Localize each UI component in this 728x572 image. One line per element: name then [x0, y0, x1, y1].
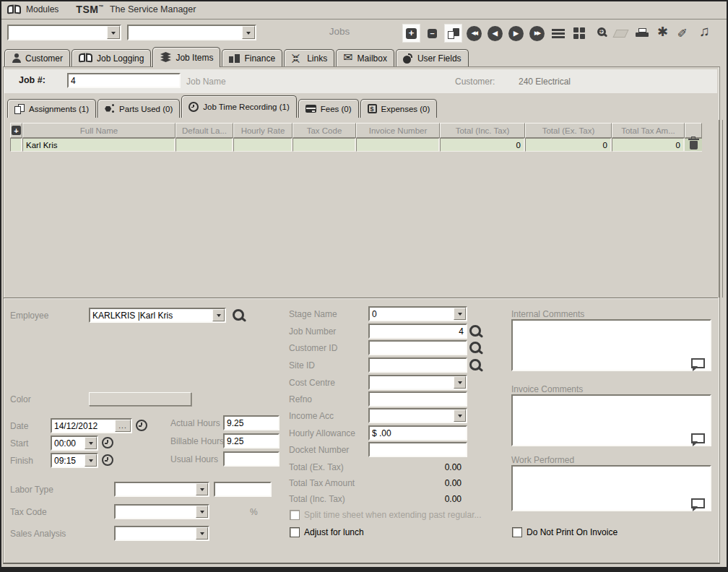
- invoice-comments-bubble-icon[interactable]: [691, 433, 705, 443]
- delete-row-button[interactable]: [685, 138, 702, 152]
- stage-name-combo[interactable]: 0: [368, 306, 467, 321]
- cell-hourly-rate[interactable]: [233, 138, 292, 152]
- next-record-button[interactable]: [507, 24, 525, 43]
- subtab-assignments[interactable]: Assignments (1): [7, 99, 96, 118]
- cell-invoice-number[interactable]: [356, 138, 440, 152]
- add-button[interactable]: [402, 24, 420, 43]
- adjust-for-lunch-checkbox[interactable]: [290, 527, 300, 537]
- chevron-down-icon[interactable]: [196, 483, 208, 495]
- record-filter-combo[interactable]: [127, 25, 256, 40]
- cell-tax-code[interactable]: [292, 138, 356, 152]
- usual-hours-input[interactable]: [223, 451, 280, 467]
- chevron-down-icon[interactable]: [454, 376, 466, 389]
- col-header-full-name[interactable]: Full Name: [22, 123, 176, 138]
- subtab-expenses[interactable]: Expenses (0): [360, 99, 438, 118]
- work-performed-textarea[interactable]: [511, 465, 711, 511]
- cell-total-ex-tax[interactable]: 0: [525, 138, 612, 152]
- customer-id-search-icon[interactable]: [469, 342, 481, 353]
- date-browse-button[interactable]: ...: [115, 420, 131, 432]
- col-header-tax-code[interactable]: Tax Code: [292, 123, 356, 138]
- tab-job-items[interactable]: Job Items: [152, 47, 220, 67]
- employee-combo[interactable]: KARLKRIS |Karl Kris: [89, 308, 226, 323]
- zoom-button[interactable]: [591, 24, 609, 43]
- subtab-parts-used[interactable]: Parts Used (0): [98, 99, 180, 118]
- finish-clock-icon[interactable]: [102, 454, 113, 466]
- row-select-cell[interactable]: [10, 138, 22, 152]
- color-picker-button[interactable]: [89, 392, 191, 406]
- tab-mailbox[interactable]: Mailbox: [336, 49, 394, 66]
- billable-hours-input[interactable]: [223, 433, 280, 448]
- cell-total-inc-tax[interactable]: 0: [440, 138, 525, 152]
- date-field[interactable]: 14/12/2012 ...: [51, 418, 132, 433]
- finish-time-combo[interactable]: 09:15: [51, 453, 98, 468]
- col-header-hourly-rate[interactable]: Hourly Rate: [233, 123, 292, 138]
- chevron-down-icon[interactable]: [196, 506, 208, 518]
- table-row[interactable]: Karl Kris 0 0 0: [10, 138, 702, 152]
- job-number-header-input[interactable]: [67, 73, 181, 88]
- chevron-down-icon[interactable]: [212, 309, 225, 321]
- chevron-down-icon[interactable]: [454, 308, 466, 320]
- edit-button[interactable]: [675, 24, 693, 43]
- tab-job-logging[interactable]: Job Logging: [72, 49, 151, 66]
- internal-comments-bubble-icon[interactable]: [691, 358, 705, 368]
- col-header-invoice-number[interactable]: Invoice Number: [356, 123, 440, 138]
- tax-code-combo[interactable]: [114, 504, 209, 519]
- employee-search-icon[interactable]: [233, 309, 244, 321]
- job-number-search-icon[interactable]: [469, 325, 481, 337]
- col-header-total-tax-amount[interactable]: Total Tax Am...: [612, 123, 685, 138]
- modules-button[interactable]: Modules: [7, 4, 58, 14]
- income-acc-combo[interactable]: [368, 408, 467, 423]
- customer-id-input[interactable]: [368, 340, 467, 355]
- hourly-allowance-input[interactable]: [368, 425, 467, 441]
- subtab-job-time-recording[interactable]: Job Time Recording (1): [181, 95, 297, 118]
- chevron-down-icon[interactable]: [84, 437, 97, 449]
- start-clock-icon[interactable]: [102, 437, 113, 448]
- chevron-down-icon[interactable]: [107, 26, 120, 39]
- site-id-input[interactable]: [368, 358, 467, 373]
- labor-type-combo[interactable]: [114, 482, 209, 497]
- remove-button[interactable]: [423, 24, 441, 43]
- do-not-print-checkbox[interactable]: [512, 527, 522, 537]
- actual-hours-input[interactable]: [223, 415, 280, 430]
- date-clock-icon[interactable]: [136, 420, 147, 431]
- cell-default-labor[interactable]: [176, 138, 233, 152]
- cell-total-tax-amount[interactable]: 0: [612, 138, 685, 152]
- tab-finance[interactable]: Finance: [222, 49, 282, 66]
- print-button[interactable]: [633, 24, 651, 43]
- chevron-down-icon[interactable]: [242, 26, 255, 39]
- chevron-down-icon[interactable]: [454, 410, 466, 422]
- notes-button[interactable]: [696, 24, 714, 43]
- tab-user-fields[interactable]: User Fields: [396, 49, 469, 66]
- start-time-combo[interactable]: 00:00: [51, 436, 98, 451]
- site-id-search-icon[interactable]: [469, 359, 481, 370]
- add-row-header-button[interactable]: [10, 123, 22, 138]
- settings-button[interactable]: [654, 24, 672, 43]
- docket-number-input[interactable]: [368, 442, 467, 457]
- col-header-total-inc-tax[interactable]: Total (Inc. Tax): [440, 123, 525, 138]
- tile-view-button[interactable]: [570, 24, 588, 43]
- tab-customer[interactable]: Customer: [4, 49, 70, 66]
- copy-button[interactable]: [444, 24, 462, 43]
- tab-links[interactable]: ↘↙↗↖ Links: [284, 49, 334, 66]
- record-search-combo[interactable]: [7, 25, 121, 40]
- sales-analysis-combo[interactable]: [114, 526, 209, 541]
- cost-centre-combo[interactable]: [368, 375, 467, 390]
- job-number-input[interactable]: [368, 324, 467, 339]
- list-view-button[interactable]: [549, 24, 567, 43]
- col-header-total-ex-tax[interactable]: Total (Ex. Tax): [525, 123, 612, 138]
- chevron-down-icon[interactable]: [84, 454, 97, 467]
- refno-input[interactable]: [368, 391, 467, 407]
- chevron-down-icon[interactable]: [196, 527, 208, 540]
- col-header-default-labor[interactable]: Default La...: [176, 123, 233, 138]
- subtab-fees[interactable]: Fees (0): [298, 99, 359, 118]
- last-record-button[interactable]: [528, 24, 546, 43]
- internal-comments-textarea[interactable]: [511, 319, 711, 371]
- work-performed-bubble-icon[interactable]: [691, 498, 705, 508]
- labor-rate-input[interactable]: [214, 482, 272, 497]
- erase-button[interactable]: [612, 24, 630, 43]
- invoice-comments-textarea[interactable]: [511, 394, 711, 446]
- cell-full-name[interactable]: Karl Kris: [22, 138, 176, 152]
- previous-record-button[interactable]: [486, 24, 504, 43]
- first-record-button[interactable]: [465, 24, 483, 43]
- split-time-sheet-checkbox[interactable]: [290, 510, 300, 520]
